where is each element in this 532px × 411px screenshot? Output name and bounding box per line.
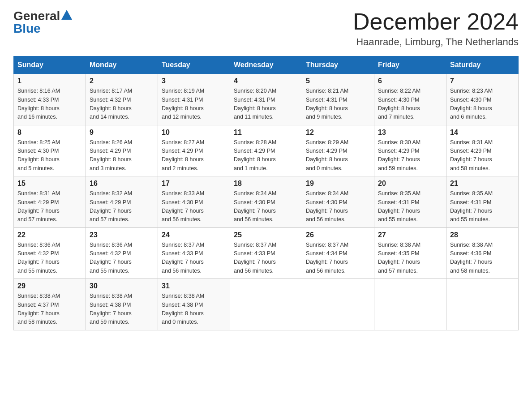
calendar-day-cell: 30Sunrise: 8:38 AMSunset: 4:38 PMDayligh… [86, 279, 158, 330]
day-info: Sunrise: 8:36 AMSunset: 4:32 PMDaylight:… [90, 241, 154, 276]
calendar-day-cell: 26Sunrise: 8:37 AMSunset: 4:34 PMDayligh… [302, 227, 374, 279]
title-block: December 2024 Haanrade, Limburg, The Net… [353, 9, 519, 48]
day-info: Sunrise: 8:19 AMSunset: 4:31 PMDaylight:… [162, 87, 226, 122]
day-number: 5 [306, 77, 370, 85]
day-number: 24 [162, 231, 226, 239]
day-info: Sunrise: 8:38 AMSunset: 4:38 PMDaylight:… [90, 292, 154, 327]
day-info: Sunrise: 8:34 AMSunset: 4:30 PMDaylight:… [234, 189, 298, 224]
day-number: 1 [17, 77, 82, 85]
day-info: Sunrise: 8:37 AMSunset: 4:33 PMDaylight:… [234, 241, 298, 276]
day-info: Sunrise: 8:38 AMSunset: 4:38 PMDaylight:… [162, 292, 226, 327]
day-info: Sunrise: 8:20 AMSunset: 4:31 PMDaylight:… [234, 87, 298, 122]
day-number: 22 [17, 231, 82, 239]
day-number: 21 [450, 180, 515, 188]
calendar-day-cell: 7Sunrise: 8:23 AMSunset: 4:30 PMDaylight… [446, 74, 519, 125]
calendar-day-cell: 22Sunrise: 8:36 AMSunset: 4:32 PMDayligh… [14, 227, 86, 279]
day-number: 30 [90, 282, 154, 290]
calendar-day-cell: 14Sunrise: 8:31 AMSunset: 4:29 PMDayligh… [446, 125, 519, 176]
day-number: 13 [378, 128, 442, 137]
calendar-week-row: 15Sunrise: 8:31 AMSunset: 4:29 PMDayligh… [14, 176, 519, 228]
day-info: Sunrise: 8:35 AMSunset: 4:31 PMDaylight:… [450, 189, 515, 224]
day-info: Sunrise: 8:38 AMSunset: 4:37 PMDaylight:… [17, 292, 82, 327]
day-info: Sunrise: 8:32 AMSunset: 4:29 PMDaylight:… [90, 189, 154, 224]
calendar-day-cell: 23Sunrise: 8:36 AMSunset: 4:32 PMDayligh… [86, 227, 158, 279]
calendar-day-cell [374, 279, 446, 330]
calendar-day-cell: 4Sunrise: 8:20 AMSunset: 4:31 PMDaylight… [230, 74, 302, 125]
day-number: 3 [162, 77, 226, 85]
day-of-week-header: Tuesday [158, 56, 230, 74]
day-info: Sunrise: 8:38 AMSunset: 4:35 PMDaylight:… [378, 241, 442, 276]
day-info: Sunrise: 8:16 AMSunset: 4:33 PMDaylight:… [17, 87, 82, 122]
calendar-day-cell: 19Sunrise: 8:34 AMSunset: 4:30 PMDayligh… [302, 176, 374, 228]
day-info: Sunrise: 8:37 AMSunset: 4:33 PMDaylight:… [162, 241, 226, 276]
day-info: Sunrise: 8:33 AMSunset: 4:30 PMDaylight:… [162, 189, 226, 224]
day-info: Sunrise: 8:38 AMSunset: 4:36 PMDaylight:… [450, 241, 515, 276]
day-number: 8 [17, 128, 82, 137]
calendar-day-cell: 9Sunrise: 8:26 AMSunset: 4:29 PMDaylight… [86, 125, 158, 176]
calendar-table: SundayMondayTuesdayWednesdayThursdayFrid… [13, 56, 519, 330]
day-info: Sunrise: 8:34 AMSunset: 4:30 PMDaylight:… [306, 189, 370, 224]
day-number: 10 [162, 128, 226, 137]
calendar-day-cell: 1Sunrise: 8:16 AMSunset: 4:33 PMDaylight… [14, 74, 86, 125]
day-info: Sunrise: 8:21 AMSunset: 4:31 PMDaylight:… [306, 87, 370, 122]
day-number: 20 [378, 180, 442, 188]
day-number: 25 [234, 231, 298, 239]
day-number: 14 [450, 128, 515, 137]
calendar-day-cell: 16Sunrise: 8:32 AMSunset: 4:29 PMDayligh… [86, 176, 158, 228]
day-number: 6 [378, 77, 442, 85]
logo-blue-text: Blue [13, 21, 41, 36]
calendar-day-cell: 12Sunrise: 8:29 AMSunset: 4:29 PMDayligh… [302, 125, 374, 176]
day-of-week-header: Monday [86, 56, 158, 74]
calendar-day-cell: 10Sunrise: 8:27 AMSunset: 4:29 PMDayligh… [158, 125, 230, 176]
day-info: Sunrise: 8:35 AMSunset: 4:31 PMDaylight:… [378, 189, 442, 224]
day-info: Sunrise: 8:27 AMSunset: 4:29 PMDaylight:… [162, 138, 226, 173]
calendar-day-cell: 18Sunrise: 8:34 AMSunset: 4:30 PMDayligh… [230, 176, 302, 228]
day-info: Sunrise: 8:28 AMSunset: 4:29 PMDaylight:… [234, 138, 298, 173]
day-number: 9 [90, 128, 154, 137]
day-info: Sunrise: 8:23 AMSunset: 4:30 PMDaylight:… [450, 87, 515, 122]
logo: General Blue [13, 9, 72, 36]
day-number: 29 [17, 282, 82, 290]
calendar-day-cell: 27Sunrise: 8:38 AMSunset: 4:35 PMDayligh… [374, 227, 446, 279]
day-info: Sunrise: 8:36 AMSunset: 4:32 PMDaylight:… [17, 241, 82, 276]
calendar-day-cell: 21Sunrise: 8:35 AMSunset: 4:31 PMDayligh… [446, 176, 519, 228]
day-number: 27 [378, 231, 442, 239]
calendar-day-cell: 5Sunrise: 8:21 AMSunset: 4:31 PMDaylight… [302, 74, 374, 125]
calendar-day-cell [230, 279, 302, 330]
day-info: Sunrise: 8:30 AMSunset: 4:29 PMDaylight:… [378, 138, 442, 173]
calendar-day-cell: 29Sunrise: 8:38 AMSunset: 4:37 PMDayligh… [14, 279, 86, 330]
day-info: Sunrise: 8:17 AMSunset: 4:32 PMDaylight:… [90, 87, 154, 122]
page-header: General Blue December 2024 Haanrade, Lim… [13, 9, 519, 48]
logo-triangle-icon [61, 10, 72, 20]
day-number: 26 [306, 231, 370, 239]
calendar-week-row: 8Sunrise: 8:25 AMSunset: 4:30 PMDaylight… [14, 125, 519, 176]
day-info: Sunrise: 8:31 AMSunset: 4:29 PMDaylight:… [17, 189, 82, 224]
day-number: 18 [234, 180, 298, 188]
day-number: 15 [17, 180, 82, 188]
day-of-week-header: Saturday [446, 56, 519, 74]
day-info: Sunrise: 8:25 AMSunset: 4:30 PMDaylight:… [17, 138, 82, 173]
calendar-day-cell [446, 279, 519, 330]
day-number: 31 [162, 282, 226, 290]
calendar-day-cell: 25Sunrise: 8:37 AMSunset: 4:33 PMDayligh… [230, 227, 302, 279]
calendar-day-cell: 17Sunrise: 8:33 AMSunset: 4:30 PMDayligh… [158, 176, 230, 228]
day-info: Sunrise: 8:26 AMSunset: 4:29 PMDaylight:… [90, 138, 154, 173]
calendar-day-cell: 20Sunrise: 8:35 AMSunset: 4:31 PMDayligh… [374, 176, 446, 228]
day-of-week-header: Sunday [14, 56, 86, 74]
calendar-day-cell: 15Sunrise: 8:31 AMSunset: 4:29 PMDayligh… [14, 176, 86, 228]
calendar-day-cell [302, 279, 374, 330]
month-year-title: December 2024 [353, 9, 519, 34]
day-number: 2 [90, 77, 154, 85]
day-number: 28 [450, 231, 515, 239]
day-info: Sunrise: 8:37 AMSunset: 4:34 PMDaylight:… [306, 241, 370, 276]
day-info: Sunrise: 8:29 AMSunset: 4:29 PMDaylight:… [306, 138, 370, 173]
day-number: 12 [306, 128, 370, 137]
day-info: Sunrise: 8:22 AMSunset: 4:30 PMDaylight:… [378, 87, 442, 122]
day-info: Sunrise: 8:31 AMSunset: 4:29 PMDaylight:… [450, 138, 515, 173]
day-of-week-header: Thursday [302, 56, 374, 74]
calendar-week-row: 29Sunrise: 8:38 AMSunset: 4:37 PMDayligh… [14, 279, 519, 330]
day-number: 7 [450, 77, 515, 85]
calendar-day-cell: 3Sunrise: 8:19 AMSunset: 4:31 PMDaylight… [158, 74, 230, 125]
day-number: 11 [234, 128, 298, 137]
calendar-day-cell: 24Sunrise: 8:37 AMSunset: 4:33 PMDayligh… [158, 227, 230, 279]
